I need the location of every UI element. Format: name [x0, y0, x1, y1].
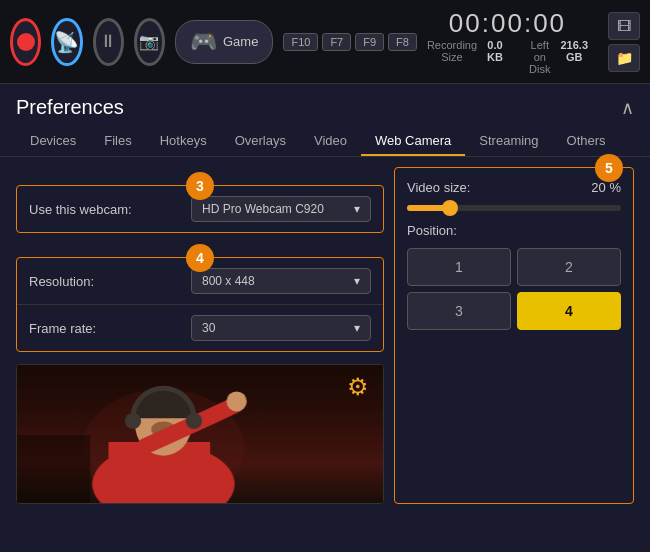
- video-size-row: Video size: 20 %: [407, 180, 621, 195]
- hotkey-f10: F10: [283, 33, 318, 51]
- webcam-preview: ⚙: [16, 364, 384, 504]
- tab-files[interactable]: Files: [90, 127, 145, 156]
- video-size-pct: 20 %: [591, 180, 621, 195]
- right-icons: 🎞 📁: [608, 12, 640, 72]
- folder-icon: 📁: [616, 50, 633, 66]
- timer-info: Recording Size 0.0 KB Left on Disk 216.3…: [427, 39, 588, 75]
- tab-streaming[interactable]: Streaming: [465, 127, 552, 156]
- tab-overlays[interactable]: Overlays: [221, 127, 300, 156]
- tab-hotkeys[interactable]: Hotkeys: [146, 127, 221, 156]
- webcam-select-section: 3 Use this webcam: HD Pro Webcam C920 ▾: [16, 185, 384, 233]
- tabs-row: Devices Files Hotkeys Overlays Video Web…: [0, 119, 650, 157]
- recording-size-label: Recording Size: [427, 39, 477, 75]
- film-icon-button[interactable]: 🎞: [608, 12, 640, 40]
- tab-others[interactable]: Others: [553, 127, 620, 156]
- resolution-value: 800 x 448: [202, 274, 255, 288]
- gamepad-button[interactable]: 🎮 Game: [175, 20, 273, 64]
- resolution-dropdown[interactable]: 800 x 448 ▾: [191, 268, 371, 294]
- framerate-row: Frame rate: 30 ▾: [17, 305, 383, 351]
- video-size-slider[interactable]: [407, 205, 621, 211]
- folder-icon-button[interactable]: 📁: [608, 44, 640, 72]
- framerate-value: 30: [202, 321, 215, 335]
- timer-section: 00:00:00 Recording Size 0.0 KB Left on D…: [427, 8, 588, 75]
- preferences-title: Preferences: [16, 96, 124, 119]
- preferences-header: Preferences ∧: [0, 84, 650, 119]
- webcam-value: HD Pro Webcam C920: [202, 202, 324, 216]
- resolution-arrow: ▾: [354, 274, 360, 288]
- dropdown-arrow: ▾: [354, 202, 360, 216]
- hotkey-f9: F9: [355, 33, 384, 51]
- resolution-label: Resolution:: [29, 274, 191, 289]
- hotkey-badges: F10 F7 F9 F8: [283, 33, 417, 51]
- hotkey-f7: F7: [322, 33, 351, 51]
- left-panel: 3 Use this webcam: HD Pro Webcam C920 ▾ …: [16, 167, 384, 504]
- webcam-canvas: [17, 365, 383, 504]
- collapse-button[interactable]: ∧: [621, 97, 634, 119]
- step-4-badge: 4: [186, 244, 214, 272]
- step-3-badge: 3: [186, 172, 214, 200]
- framerate-dropdown[interactable]: 30 ▾: [191, 315, 371, 341]
- film-icon: 🎞: [617, 18, 631, 34]
- main-content: 3 Use this webcam: HD Pro Webcam C920 ▾ …: [0, 167, 650, 504]
- timer-display: 00:00:00: [427, 8, 588, 39]
- framerate-label: Frame rate:: [29, 321, 191, 336]
- broadcast-icon: 📡: [54, 30, 79, 54]
- left-on-disk-value: 216.3 GB: [560, 39, 588, 75]
- left-on-disk-label: Left on Disk: [529, 39, 550, 75]
- tab-devices[interactable]: Devices: [16, 127, 90, 156]
- webcam-settings-gear[interactable]: ⚙: [347, 373, 375, 401]
- recording-size-value: 0.0 KB: [487, 39, 503, 75]
- tab-video[interactable]: Video: [300, 127, 361, 156]
- resolution-section: 4 Resolution: 800 x 448 ▾ Frame rate: 30…: [16, 257, 384, 352]
- position-label: Position:: [407, 223, 621, 238]
- gamepad-label: Game: [223, 34, 258, 49]
- hotkey-f8: F8: [388, 33, 417, 51]
- broadcast-button[interactable]: 📡: [51, 18, 82, 66]
- webcam-dropdown[interactable]: HD Pro Webcam C920 ▾: [191, 196, 371, 222]
- gamepad-icon: 🎮: [190, 29, 217, 55]
- position-3[interactable]: 3: [407, 292, 511, 330]
- position-4[interactable]: 4: [517, 292, 621, 330]
- position-1[interactable]: 1: [407, 248, 511, 286]
- slider-thumb[interactable]: [442, 200, 458, 216]
- video-size-label: Video size:: [407, 180, 470, 195]
- record-icon: [17, 33, 35, 51]
- screenshot-button[interactable]: 📷: [134, 18, 165, 66]
- step-5-badge: 5: [595, 154, 623, 182]
- tab-webcamera[interactable]: Web Camera: [361, 127, 465, 156]
- framerate-arrow: ▾: [354, 321, 360, 335]
- top-bar: 📡 ⏸ 📷 🎮 Game F10 F7 F9 F8 00:00:00 Recor…: [0, 0, 650, 84]
- camera-icon: 📷: [139, 32, 159, 51]
- pause-icon: ⏸: [99, 31, 117, 52]
- right-panel: 5 Video size: 20 % Position: 1 2 3 4: [394, 167, 634, 504]
- pause-button[interactable]: ⏸: [93, 18, 124, 66]
- position-2[interactable]: 2: [517, 248, 621, 286]
- record-button[interactable]: [10, 18, 41, 66]
- use-webcam-label: Use this webcam:: [29, 202, 191, 217]
- position-grid: 1 2 3 4: [407, 248, 621, 330]
